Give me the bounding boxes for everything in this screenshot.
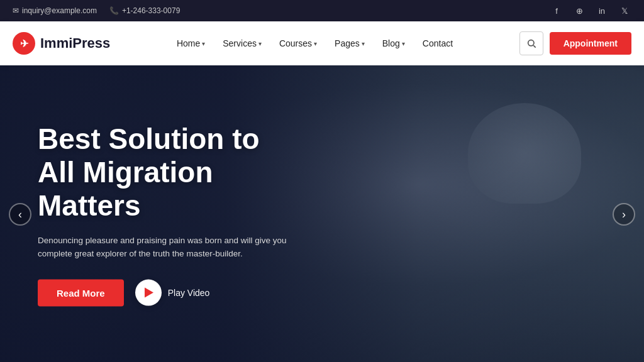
- logo[interactable]: ✈ ImmiPress: [13, 32, 110, 55]
- header: ✈ ImmiPress Home ▾ Services ▾ Courses ▾ …: [0, 21, 644, 65]
- header-actions: Appointment: [519, 31, 631, 55]
- pages-chevron: ▾: [362, 40, 365, 47]
- twitter-icon[interactable]: 𝕏: [618, 4, 631, 18]
- carousel-prev-button[interactable]: ‹: [9, 203, 31, 226]
- email-text: inquiry@example.com: [22, 6, 97, 15]
- blog-chevron: ▾: [402, 40, 405, 47]
- nav-blog[interactable]: Blog ▾: [375, 33, 413, 53]
- play-video-label: Play Video: [168, 288, 210, 298]
- phone-icon: 📞: [109, 6, 119, 15]
- hero-subtitle: Denouncing pleasure and praising pain wa…: [38, 233, 302, 260]
- hero-actions: Read More Play Video: [38, 279, 302, 306]
- email-contact: ✉ inquiry@example.com: [13, 6, 97, 15]
- carousel-next-button[interactable]: ›: [613, 203, 635, 226]
- linkedin-icon[interactable]: in: [595, 4, 609, 18]
- top-bar: ✉ inquiry@example.com 📞 +1-246-333-0079 …: [0, 0, 644, 21]
- top-bar-contacts: ✉ inquiry@example.com 📞 +1-246-333-0079: [13, 6, 180, 15]
- social-links: f ⊕ in 𝕏: [550, 4, 631, 18]
- email-icon: ✉: [13, 6, 19, 15]
- main-nav: Home ▾ Services ▾ Courses ▾ Pages ▾ Blog…: [169, 33, 460, 53]
- courses-chevron: ▾: [314, 40, 317, 47]
- play-triangle-icon: [145, 288, 153, 298]
- phone-text: +1-246-333-0079: [122, 6, 180, 15]
- logo-icon: ✈: [13, 32, 35, 55]
- logo-text: ImmiPress: [40, 35, 110, 52]
- svg-point-0: [528, 40, 533, 46]
- search-button[interactable]: [519, 31, 543, 55]
- nav-services[interactable]: Services ▾: [215, 33, 269, 53]
- nav-pages[interactable]: Pages ▾: [327, 33, 372, 53]
- hero-title: Best Solution to All Migration Matters: [38, 123, 302, 222]
- facebook-icon[interactable]: f: [550, 4, 564, 18]
- appointment-button[interactable]: Appointment: [550, 32, 631, 55]
- nav-home[interactable]: Home ▾: [169, 33, 213, 53]
- dribbble-icon[interactable]: ⊕: [572, 4, 586, 18]
- hero-content: Best Solution to All Migration Matters D…: [38, 123, 302, 307]
- phone-contact: 📞 +1-246-333-0079: [109, 6, 180, 15]
- play-video-button[interactable]: Play Video: [135, 280, 210, 306]
- nav-contact[interactable]: Contact: [415, 33, 460, 53]
- home-chevron: ▾: [202, 40, 205, 47]
- nav-courses[interactable]: Courses ▾: [272, 33, 325, 53]
- read-more-button[interactable]: Read More: [38, 279, 124, 306]
- play-circle: [135, 280, 162, 306]
- search-icon: [526, 38, 536, 48]
- services-chevron: ▾: [258, 40, 262, 47]
- svg-line-1: [533, 45, 535, 47]
- hero-section: ‹ Best Solution to All Migration Matters…: [0, 65, 644, 362]
